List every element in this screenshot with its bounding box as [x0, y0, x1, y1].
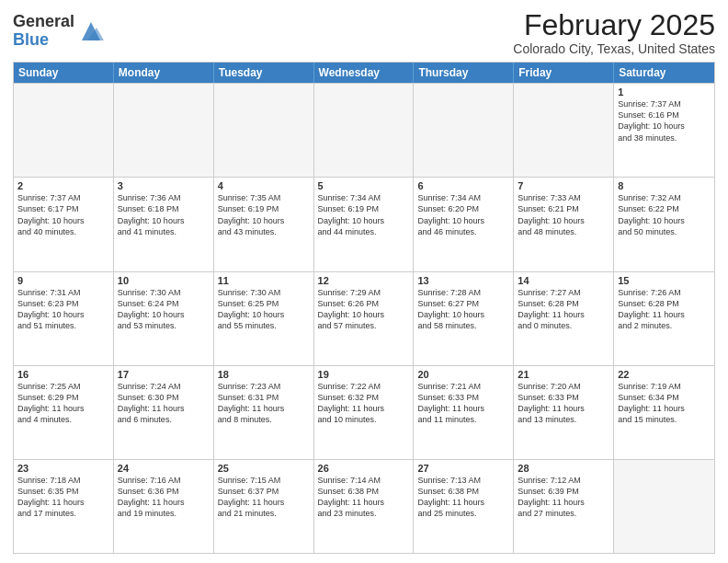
calendar-row: 23Sunrise: 7:18 AM Sunset: 6:35 PM Dayli… — [14, 459, 714, 553]
calendar-cell: 18Sunrise: 7:23 AM Sunset: 6:31 PM Dayli… — [214, 366, 314, 459]
day-info: Sunrise: 7:34 AM Sunset: 6:19 PM Dayligh… — [318, 192, 410, 237]
day-number: 4 — [218, 180, 310, 191]
day-info: Sunrise: 7:12 AM Sunset: 6:39 PM Dayligh… — [518, 475, 609, 520]
day-number: 20 — [417, 369, 509, 380]
day-number: 23 — [17, 463, 109, 474]
weekday-header: Thursday — [414, 63, 514, 83]
day-info: Sunrise: 7:25 AM Sunset: 6:29 PM Dayligh… — [17, 381, 109, 426]
day-number: 10 — [118, 275, 210, 286]
calendar: SundayMondayTuesdayWednesdayThursdayFrid… — [13, 62, 715, 554]
day-number: 11 — [218, 275, 310, 286]
calendar-cell: 13Sunrise: 7:28 AM Sunset: 6:27 PM Dayli… — [414, 272, 514, 365]
calendar-cell: 16Sunrise: 7:25 AM Sunset: 6:29 PM Dayli… — [14, 366, 114, 459]
day-number: 21 — [518, 369, 609, 380]
weekday-header: Tuesday — [214, 63, 314, 83]
day-info: Sunrise: 7:23 AM Sunset: 6:31 PM Dayligh… — [218, 381, 310, 426]
day-info: Sunrise: 7:19 AM Sunset: 6:34 PM Dayligh… — [618, 381, 711, 426]
calendar-row: 16Sunrise: 7:25 AM Sunset: 6:29 PM Dayli… — [14, 365, 714, 459]
day-info: Sunrise: 7:32 AM Sunset: 6:22 PM Dayligh… — [618, 192, 711, 237]
page: General Blue February 2025 Colorado City… — [0, 0, 728, 563]
calendar-cell: 6Sunrise: 7:34 AM Sunset: 6:20 PM Daylig… — [414, 178, 514, 270]
calendar-cell: 17Sunrise: 7:24 AM Sunset: 6:30 PM Dayli… — [114, 366, 214, 459]
day-number: 5 — [318, 180, 410, 191]
location-title: Colorado City, Texas, United States — [513, 41, 715, 56]
calendar-cell: 5Sunrise: 7:34 AM Sunset: 6:19 PM Daylig… — [314, 178, 415, 270]
day-info: Sunrise: 7:30 AM Sunset: 6:24 PM Dayligh… — [118, 287, 210, 332]
day-number: 16 — [17, 369, 109, 380]
calendar-cell: 27Sunrise: 7:13 AM Sunset: 6:38 PM Dayli… — [414, 460, 514, 553]
calendar-cell: 8Sunrise: 7:32 AM Sunset: 6:22 PM Daylig… — [614, 178, 714, 270]
day-number: 24 — [118, 463, 210, 474]
day-number: 1 — [618, 86, 711, 98]
logo-icon — [78, 18, 104, 44]
calendar-cell: 2Sunrise: 7:37 AM Sunset: 6:17 PM Daylig… — [14, 178, 114, 270]
day-number: 12 — [318, 275, 410, 286]
day-info: Sunrise: 7:16 AM Sunset: 6:36 PM Dayligh… — [118, 475, 210, 520]
month-title: February 2025 — [513, 9, 715, 41]
day-number: 28 — [518, 463, 609, 474]
calendar-cell: 25Sunrise: 7:15 AM Sunset: 6:37 PM Dayli… — [214, 460, 314, 553]
day-number: 3 — [118, 180, 210, 191]
day-number: 18 — [218, 369, 310, 380]
day-info: Sunrise: 7:14 AM Sunset: 6:38 PM Dayligh… — [318, 475, 410, 520]
calendar-row: 2Sunrise: 7:37 AM Sunset: 6:17 PM Daylig… — [14, 177, 714, 270]
calendar-cell — [414, 84, 514, 177]
day-number: 15 — [618, 275, 711, 286]
day-info: Sunrise: 7:37 AM Sunset: 6:17 PM Dayligh… — [17, 192, 109, 237]
logo-area: General Blue — [13, 9, 104, 50]
logo-text: General Blue — [13, 13, 74, 50]
weekday-header: Monday — [114, 63, 214, 83]
day-info: Sunrise: 7:20 AM Sunset: 6:33 PM Dayligh… — [518, 381, 609, 426]
day-number: 2 — [17, 180, 109, 191]
day-number: 13 — [417, 275, 509, 286]
day-number: 14 — [518, 275, 609, 286]
day-number: 19 — [318, 369, 410, 380]
weekday-header: Wednesday — [314, 63, 415, 83]
calendar-cell — [614, 460, 714, 553]
day-number: 9 — [17, 275, 109, 286]
header: General Blue February 2025 Colorado City… — [13, 9, 715, 56]
day-number: 22 — [618, 369, 711, 380]
weekday-header: Sunday — [14, 63, 114, 83]
calendar-cell: 20Sunrise: 7:21 AM Sunset: 6:33 PM Dayli… — [414, 366, 514, 459]
day-info: Sunrise: 7:27 AM Sunset: 6:28 PM Dayligh… — [518, 287, 609, 332]
calendar-cell: 19Sunrise: 7:22 AM Sunset: 6:32 PM Dayli… — [314, 366, 415, 459]
day-info: Sunrise: 7:13 AM Sunset: 6:38 PM Dayligh… — [417, 475, 509, 520]
day-info: Sunrise: 7:36 AM Sunset: 6:18 PM Dayligh… — [118, 192, 210, 237]
title-area: February 2025 Colorado City, Texas, Unit… — [513, 9, 715, 56]
logo-general: General — [13, 13, 74, 31]
calendar-body: 1Sunrise: 7:37 AM Sunset: 6:16 PM Daylig… — [14, 83, 714, 553]
calendar-cell: 26Sunrise: 7:14 AM Sunset: 6:38 PM Dayli… — [314, 460, 415, 553]
calendar-cell: 1Sunrise: 7:37 AM Sunset: 6:16 PM Daylig… — [614, 84, 714, 177]
calendar-cell — [114, 84, 214, 177]
day-number: 26 — [318, 463, 410, 474]
day-number: 8 — [618, 180, 711, 191]
day-info: Sunrise: 7:22 AM Sunset: 6:32 PM Dayligh… — [318, 381, 410, 426]
calendar-cell — [14, 84, 114, 177]
logo-blue: Blue — [13, 31, 74, 50]
calendar-cell: 11Sunrise: 7:30 AM Sunset: 6:25 PM Dayli… — [214, 272, 314, 365]
day-info: Sunrise: 7:29 AM Sunset: 6:26 PM Dayligh… — [318, 287, 410, 332]
day-info: Sunrise: 7:35 AM Sunset: 6:19 PM Dayligh… — [218, 192, 310, 237]
calendar-cell: 24Sunrise: 7:16 AM Sunset: 6:36 PM Dayli… — [114, 460, 214, 553]
day-info: Sunrise: 7:15 AM Sunset: 6:37 PM Dayligh… — [218, 475, 310, 520]
calendar-cell: 21Sunrise: 7:20 AM Sunset: 6:33 PM Dayli… — [514, 366, 614, 459]
day-info: Sunrise: 7:37 AM Sunset: 6:16 PM Dayligh… — [618, 98, 711, 144]
calendar-cell: 14Sunrise: 7:27 AM Sunset: 6:28 PM Dayli… — [514, 272, 614, 365]
weekday-header: Saturday — [614, 63, 714, 83]
calendar-cell: 28Sunrise: 7:12 AM Sunset: 6:39 PM Dayli… — [514, 460, 614, 553]
day-info: Sunrise: 7:21 AM Sunset: 6:33 PM Dayligh… — [417, 381, 509, 426]
day-info: Sunrise: 7:18 AM Sunset: 6:35 PM Dayligh… — [17, 475, 109, 520]
day-number: 27 — [417, 463, 509, 474]
calendar-cell: 7Sunrise: 7:33 AM Sunset: 6:21 PM Daylig… — [514, 178, 614, 270]
weekday-header: Friday — [514, 63, 614, 83]
calendar-cell: 9Sunrise: 7:31 AM Sunset: 6:23 PM Daylig… — [14, 272, 114, 365]
calendar-row: 9Sunrise: 7:31 AM Sunset: 6:23 PM Daylig… — [14, 271, 714, 365]
day-info: Sunrise: 7:34 AM Sunset: 6:20 PM Dayligh… — [417, 192, 509, 237]
day-info: Sunrise: 7:24 AM Sunset: 6:30 PM Dayligh… — [118, 381, 210, 426]
calendar-row: 1Sunrise: 7:37 AM Sunset: 6:16 PM Daylig… — [14, 83, 714, 177]
day-info: Sunrise: 7:28 AM Sunset: 6:27 PM Dayligh… — [417, 287, 509, 332]
calendar-header: SundayMondayTuesdayWednesdayThursdayFrid… — [14, 63, 714, 83]
calendar-cell — [314, 84, 415, 177]
calendar-cell — [214, 84, 314, 177]
